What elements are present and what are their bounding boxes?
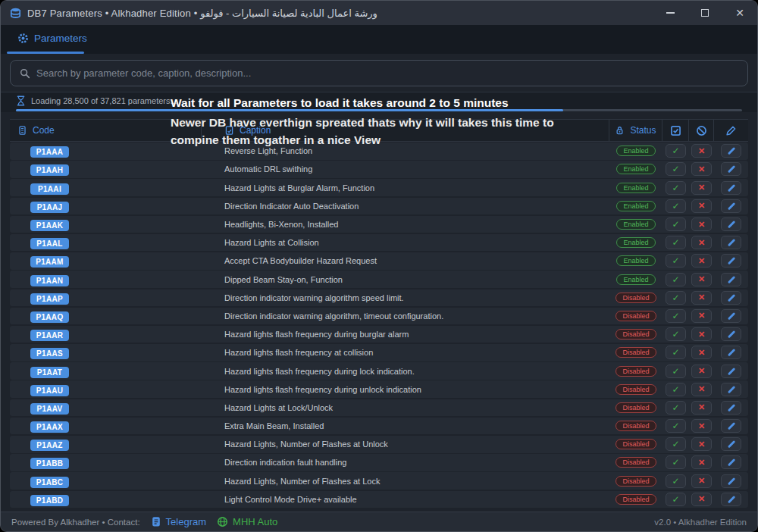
- param-code-badge[interactable]: P1AAQ: [30, 311, 69, 323]
- param-code-badge[interactable]: P1AAL: [30, 238, 69, 249]
- param-code-badge[interactable]: P1AAK: [30, 220, 69, 231]
- param-code-badge[interactable]: P1AAI: [30, 183, 69, 195]
- enable-button[interactable]: ✓: [666, 493, 686, 506]
- table-row: P1AAJ Direction Indicator Auto Deactivat…: [10, 198, 748, 216]
- disable-button[interactable]: ✕: [691, 365, 712, 378]
- edit-button[interactable]: [721, 181, 741, 195]
- search-icon: [20, 68, 30, 79]
- tab-parameters[interactable]: Parameters: [7, 25, 98, 52]
- enable-button[interactable]: ✓: [666, 199, 686, 213]
- header-edit[interactable]: [714, 120, 748, 141]
- edit-button[interactable]: [721, 309, 741, 323]
- header-disable-all[interactable]: [689, 120, 714, 141]
- param-code-badge[interactable]: P1AAS: [30, 348, 69, 359]
- edit-button[interactable]: [721, 365, 741, 378]
- edit-button[interactable]: [721, 236, 741, 249]
- edit-button[interactable]: [721, 383, 741, 396]
- edit-button[interactable]: [721, 144, 741, 158]
- search-input[interactable]: [36, 67, 738, 79]
- x-icon: ✕: [698, 385, 705, 393]
- disable-button[interactable]: ✕: [691, 181, 712, 195]
- telegram-link[interactable]: Telegram: [151, 516, 206, 527]
- table-row: P1ABB Direction indication fault handlin…: [10, 454, 748, 472]
- disable-button[interactable]: ✕: [691, 291, 712, 305]
- enable-button[interactable]: ✓: [666, 401, 686, 415]
- edit-button[interactable]: [721, 273, 741, 286]
- check-icon: ✓: [672, 477, 679, 486]
- enable-button[interactable]: ✓: [666, 273, 686, 286]
- disable-button[interactable]: ✕: [691, 455, 712, 469]
- disable-button[interactable]: ✕: [691, 383, 712, 396]
- enable-button[interactable]: ✓: [666, 346, 686, 359]
- disable-button[interactable]: ✕: [691, 419, 712, 433]
- param-code-badge[interactable]: P1ABD: [30, 495, 69, 506]
- edit-button[interactable]: [721, 474, 741, 488]
- edit-button[interactable]: [721, 217, 741, 231]
- enable-button[interactable]: ✓: [666, 254, 686, 268]
- disable-button[interactable]: ✕: [691, 493, 712, 506]
- enable-button[interactable]: ✓: [666, 162, 686, 176]
- param-code-badge[interactable]: P1ABB: [30, 458, 69, 469]
- edit-button[interactable]: [721, 437, 741, 451]
- enable-button[interactable]: ✓: [666, 437, 686, 451]
- disable-button[interactable]: ✕: [691, 437, 712, 451]
- edit-button[interactable]: [721, 455, 741, 469]
- status-badge: Disabled: [615, 457, 656, 468]
- header-status[interactable]: Status: [609, 120, 662, 141]
- disable-button[interactable]: ✕: [691, 199, 712, 213]
- enable-button[interactable]: ✓: [666, 236, 686, 249]
- edit-button[interactable]: [721, 419, 741, 433]
- param-code-badge[interactable]: P1ABC: [30, 477, 69, 488]
- param-code-badge[interactable]: P1AAV: [30, 403, 69, 415]
- edit-button[interactable]: [721, 162, 741, 176]
- disable-button[interactable]: ✕: [691, 236, 712, 249]
- edit-button[interactable]: [721, 199, 741, 213]
- param-code-badge[interactable]: P1AAT: [30, 367, 69, 378]
- param-code-badge[interactable]: P1AAP: [30, 293, 69, 305]
- param-code-badge[interactable]: P1AAH: [30, 164, 69, 176]
- mhh-auto-link[interactable]: MHH Auto: [217, 516, 277, 527]
- enable-button[interactable]: ✓: [666, 365, 686, 378]
- param-code-badge[interactable]: P1AAR: [30, 330, 69, 341]
- param-caption: Extra Main Beam, Installed: [202, 421, 609, 430]
- maximize-button[interactable]: [688, 1, 722, 25]
- edit-button[interactable]: [721, 327, 741, 341]
- param-code-badge[interactable]: P1AAZ: [30, 440, 69, 451]
- disable-button[interactable]: ✕: [691, 346, 712, 359]
- enable-button[interactable]: ✓: [666, 144, 686, 158]
- param-code-badge[interactable]: P1AAU: [30, 385, 69, 396]
- header-enable-all[interactable]: [662, 120, 689, 141]
- param-caption: Direction indicator warning algorithm, t…: [202, 311, 609, 321]
- enable-button[interactable]: ✓: [666, 383, 686, 396]
- edit-button[interactable]: [721, 254, 741, 268]
- param-code-badge[interactable]: P1AAA: [30, 146, 69, 158]
- disable-button[interactable]: ✕: [691, 273, 712, 286]
- enable-button[interactable]: ✓: [666, 327, 686, 341]
- disable-button[interactable]: ✕: [691, 309, 712, 323]
- disable-button[interactable]: ✕: [691, 162, 712, 176]
- enable-button[interactable]: ✓: [666, 181, 686, 195]
- enable-button[interactable]: ✓: [666, 455, 686, 469]
- disable-button[interactable]: ✕: [691, 217, 712, 231]
- enable-button[interactable]: ✓: [666, 217, 686, 231]
- enable-button[interactable]: ✓: [666, 419, 686, 433]
- enable-button[interactable]: ✓: [666, 309, 686, 323]
- disable-button[interactable]: ✕: [691, 474, 712, 488]
- disable-button[interactable]: ✕: [691, 144, 712, 158]
- minimize-button[interactable]: [653, 1, 688, 25]
- close-button[interactable]: ✕: [722, 1, 757, 25]
- param-code-badge[interactable]: P1AAN: [30, 275, 69, 286]
- edit-button[interactable]: [721, 401, 741, 415]
- param-code-badge[interactable]: P1AAJ: [30, 202, 69, 213]
- enable-button[interactable]: ✓: [666, 474, 686, 488]
- param-code-badge[interactable]: P1AAX: [30, 421, 69, 433]
- enable-button[interactable]: ✓: [666, 291, 686, 305]
- edit-button[interactable]: [721, 493, 741, 506]
- edit-button[interactable]: [721, 346, 741, 359]
- disable-button[interactable]: ✕: [691, 401, 712, 415]
- disable-button[interactable]: ✕: [691, 254, 712, 268]
- param-code-badge[interactable]: P1AAM: [30, 256, 69, 268]
- pen-icon: [727, 367, 736, 376]
- edit-button[interactable]: [721, 291, 741, 305]
- disable-button[interactable]: ✕: [691, 327, 712, 341]
